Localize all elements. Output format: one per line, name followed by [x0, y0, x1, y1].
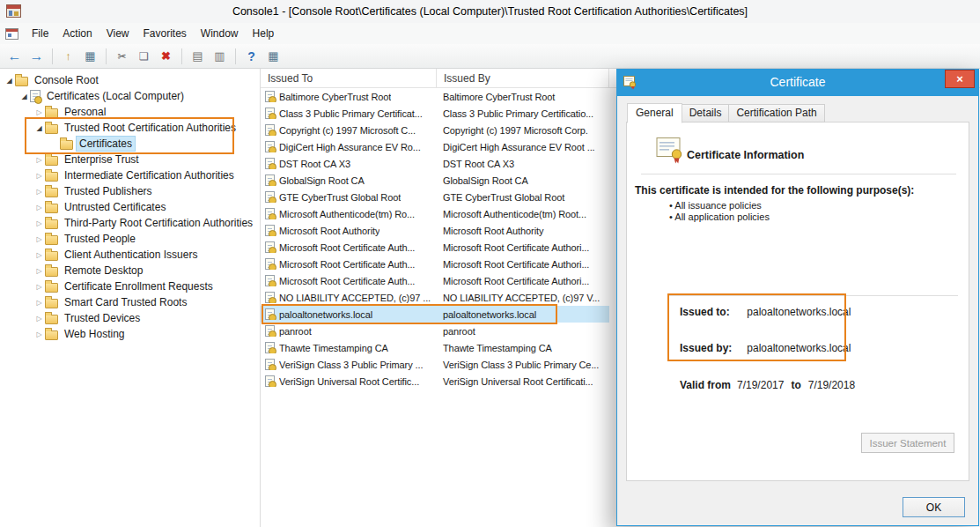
folder-icon [45, 172, 58, 182]
ok-button[interactable]: OK [903, 497, 965, 517]
issued-by-text: Microsoft Root Certificate Authori... [437, 242, 609, 253]
tree-item-trusted-root-certification-authorities[interactable]: ◢Trusted Root Certification Authorities [0, 120, 260, 136]
expander-icon[interactable]: ◢ [33, 124, 45, 132]
tree-item-untrusted-certificates[interactable]: ▷Untrusted Certificates [0, 199, 260, 215]
menu-help[interactable]: Help [246, 24, 282, 43]
expander-icon[interactable]: ▷ [33, 156, 45, 164]
certificate-row[interactable]: Microsoft Root Certificate Auth...Micros… [261, 256, 609, 272]
certificate-row[interactable]: Class 3 Public Primary Certificat...Clas… [261, 105, 609, 122]
tree-item-label: Personal [62, 105, 108, 119]
expander-icon[interactable]: ▷ [33, 235, 45, 243]
menu-action[interactable]: Action [55, 24, 99, 43]
expander-icon[interactable]: ▷ [33, 108, 45, 116]
tab-details[interactable]: Details [682, 104, 730, 122]
dialog-titlebar[interactable]: Certificate × [616, 69, 979, 96]
certificate-row[interactable]: Microsoft Root AuthorityMicrosoft Root A… [261, 222, 609, 239]
certificate-row[interactable]: GTE CyberTrust Global RootGTE CyberTrust… [261, 189, 609, 205]
close-button[interactable]: × [945, 70, 975, 88]
export-list-button[interactable]: ▤ [188, 47, 208, 66]
certificate-row[interactable]: DST Root CA X3DST Root CA X3 [261, 155, 609, 172]
certificate-icon [265, 158, 275, 169]
certificate-row[interactable]: Microsoft Root Certificate Auth...Micros… [261, 239, 609, 256]
expander-icon[interactable]: ◢ [18, 93, 30, 100]
certificate-icon [265, 241, 275, 253]
column-header-issued-by[interactable]: Issued By [437, 69, 609, 87]
certificate-row[interactable]: paloaltonetworks.localpaloaltonetworks.l… [261, 306, 609, 323]
issued-to-text: VeriSign Universal Root Certific... [279, 376, 419, 387]
menu-view[interactable]: View [99, 24, 136, 43]
menu-file[interactable]: File [25, 24, 55, 43]
tree-item-certificates[interactable]: Certificates [0, 136, 260, 152]
issued-to-text: Microsoft Root Certificate Auth... [279, 259, 415, 270]
issued-by-text: panroot [437, 326, 609, 337]
show-hide-console-tree-button[interactable]: ▦ [80, 47, 100, 66]
tree-item-third-party-root-certification-authorities[interactable]: ▷Third-Party Root Certification Authorit… [0, 215, 260, 231]
expander-icon[interactable]: ◢ [4, 77, 15, 85]
tree-item-intermediate-certification-authorities[interactable]: ▷Intermediate Certification Authorities [0, 167, 260, 183]
expander-icon[interactable]: ▷ [33, 204, 45, 212]
copy-button[interactable]: ❏ [134, 47, 154, 66]
menu-favorites[interactable]: Favorites [136, 24, 194, 43]
certificate-row[interactable]: Microsoft Root Certificate Auth...Micros… [261, 272, 609, 289]
help-button[interactable]: ? [241, 47, 262, 66]
issued-to-text: Thawte Timestamping CA [279, 343, 388, 353]
toolbar: ←→↑▦✂❏✖▤▥?▦ [0, 44, 980, 69]
certificate-icon [265, 258, 275, 270]
console-tree-pane: ◢Console Root◢Certificates (Local Comput… [0, 69, 261, 527]
certificate-row[interactable]: Copyright (c) 1997 Microsoft C...Copyrig… [261, 122, 609, 138]
tree-item-trusted-devices[interactable]: ▷Trusted Devices [0, 310, 260, 326]
tree-item-enterprise-trust[interactable]: ▷Enterprise Trust [0, 152, 260, 167]
expander-icon[interactable]: ▷ [33, 330, 45, 338]
tree-item-remote-desktop[interactable]: ▷Remote Desktop [0, 263, 260, 278]
issued-by-text: DST Root CA X3 [437, 159, 609, 169]
tree-item-personal[interactable]: ▷Personal [0, 104, 260, 120]
expander-icon[interactable]: ▷ [33, 251, 45, 259]
certificate-icon [265, 308, 275, 320]
expander-icon[interactable]: ▷ [33, 315, 45, 323]
expander-icon[interactable]: ▷ [33, 299, 45, 307]
expander-icon[interactable]: ▷ [33, 283, 45, 291]
column-header-issued-to[interactable]: Issued To [261, 69, 437, 87]
certificate-row[interactable]: Microsoft Authenticode(tm) Ro...Microsof… [261, 205, 609, 222]
expander-icon[interactable]: ▷ [33, 172, 45, 180]
valid-from-date: 7/19/2017 [737, 379, 784, 391]
issued-by-text: DigiCert High Assurance EV Root ... [437, 142, 609, 152]
tree-item-console-root[interactable]: ◢Console Root [0, 72, 260, 88]
show-hide-action-pane-button[interactable]: ▦ [263, 47, 284, 66]
certificate-row[interactable]: panrootpanroot [261, 323, 609, 339]
forward-button[interactable]: → [26, 47, 47, 66]
folder-icon [45, 315, 58, 324]
tab-certification-path[interactable]: Certification Path [729, 104, 824, 122]
expander-icon[interactable]: ▷ [33, 219, 45, 227]
tree-item-trusted-people[interactable]: ▷Trusted People [0, 231, 260, 247]
folder-icon [45, 219, 58, 229]
certificate-row[interactable]: GlobalSign Root CAGlobalSign Root CA [261, 172, 609, 189]
tree-item-client-authentication-issuers[interactable]: ▷Client Authentication Issuers [0, 247, 260, 263]
expander-icon[interactable]: ▷ [33, 267, 45, 275]
menu-window[interactable]: Window [194, 24, 246, 43]
delete-button[interactable]: ✖ [156, 47, 176, 66]
certificate-row[interactable]: DigiCert High Assurance EV Ro...DigiCert… [261, 138, 609, 155]
certificate-row[interactable]: Baltimore CyberTrust RootBaltimore Cyber… [261, 88, 609, 105]
certificate-row[interactable]: Thawte Timestamping CAThawte Timestampin… [261, 339, 609, 356]
back-button[interactable]: ← [4, 47, 25, 66]
validity-field: Valid from7/19/2017to7/19/2018 [680, 379, 855, 391]
tab-general[interactable]: General [627, 103, 682, 123]
properties-button[interactable]: ▥ [210, 47, 230, 66]
issued-to-text: DigiCert High Assurance EV Ro... [279, 142, 421, 152]
cut-button[interactable]: ✂ [112, 47, 132, 66]
issued-by-text: Class 3 Public Primary Certificatio... [437, 108, 609, 119]
expander-icon[interactable]: ▷ [33, 188, 45, 196]
tree-item-certificate-enrollment-requests[interactable]: ▷Certificate Enrollment Requests [0, 278, 260, 294]
certificate-row[interactable]: VeriSign Universal Root Certific...VeriS… [261, 373, 609, 390]
up-one-level-button[interactable]: ↑ [58, 47, 78, 66]
tree-item-trusted-publishers[interactable]: ▷Trusted Publishers [0, 183, 260, 199]
purpose-item: All application policies [669, 212, 770, 223]
issued-to-text: Microsoft Authenticode(tm) Ro... [279, 209, 415, 219]
certificate-row[interactable]: NO LIABILITY ACCEPTED, (c)97 ...NO LIABI… [261, 289, 609, 306]
certificate-row[interactable]: VeriSign Class 3 Public Primary ...VeriS… [261, 356, 609, 373]
tree-item-smart-card-trusted-roots[interactable]: ▷Smart Card Trusted Roots [0, 294, 260, 310]
tree-item-certificates-local-computer[interactable]: ◢Certificates (Local Computer) [0, 88, 260, 104]
issued-by-field: Issued by: paloaltonetworks.local [680, 342, 851, 354]
tree-item-web-hosting[interactable]: ▷Web Hosting [0, 326, 260, 342]
